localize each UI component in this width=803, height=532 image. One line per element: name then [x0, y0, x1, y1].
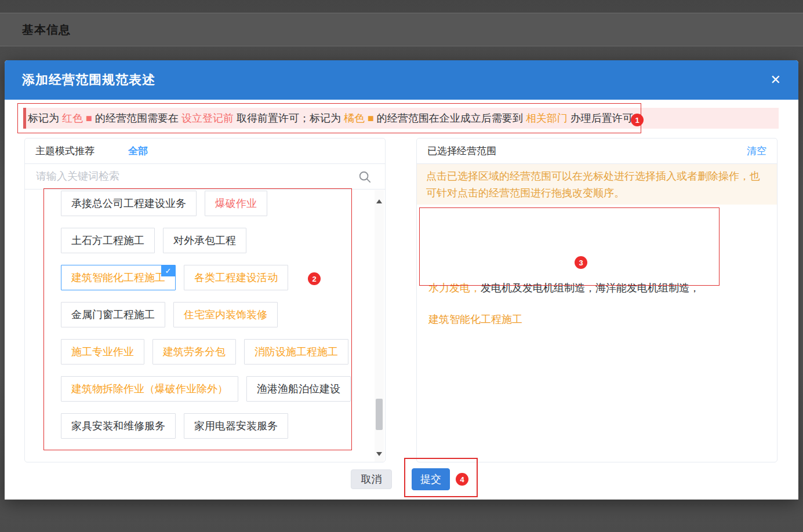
text-segment: 建筑智能化工程施工	[428, 314, 522, 325]
add-business-scope-modal: 添加经营范围规范表述 ✕ 标记为 红色 ■ 的经营范围需要在 设立登记前 取得前…	[5, 60, 798, 500]
text-segment: 红色	[62, 111, 86, 125]
close-icon[interactable]: ✕	[771, 74, 781, 86]
text-segment: 设立登记前	[181, 111, 234, 125]
text-segment: 水力发电，	[428, 282, 481, 294]
search-row	[25, 164, 385, 190]
right-panel-header: 已选择经营范围 清空	[417, 139, 777, 164]
scrollbar[interactable]	[375, 190, 384, 462]
scope-tag[interactable]: 家具安装和维修服务	[61, 413, 176, 439]
tag-row: 建筑智能化工程施工✓各类工程建设活动	[61, 265, 368, 290]
selected-scope-line-2[interactable]: 建筑智能化工程施工	[428, 312, 522, 326]
scope-tag[interactable]: 住宅室内装饰装修	[173, 302, 278, 327]
scrollbar-thumb[interactable]	[376, 399, 383, 430]
submit-button[interactable]: 提交	[412, 468, 450, 490]
selected-scope-panel: 已选择经营范围 清空 点击已选择区域的经营范围可以在光标处进行选择插入或者删除操…	[416, 138, 777, 462]
cancel-button[interactable]: 取消	[351, 469, 392, 489]
scope-tag[interactable]: 建筑劳务分包	[152, 339, 236, 365]
text-segment: 标记为	[28, 111, 62, 125]
tag-row: 建筑物拆除作业（爆破作业除外）渔港渔船泊位建设	[61, 376, 368, 402]
scope-tag[interactable]: 施工专业作业	[61, 339, 144, 365]
clear-all-link[interactable]: 清空	[747, 144, 766, 158]
scope-tag[interactable]: 对外承包工程	[163, 228, 246, 253]
text-segment: ■	[86, 112, 92, 125]
tag-row: 承接总公司工程建设业务爆破作业	[61, 191, 368, 216]
tag-row: 金属门窗工程施工住宅室内装饰装修	[61, 302, 368, 327]
filter-all-link[interactable]: 全部	[128, 144, 148, 158]
selected-scope-hint: 点击已选择区域的经营范围可以在光标处进行选择插入或者删除操作，也可针对点击的经营…	[417, 164, 777, 205]
scope-tag[interactable]: 土石方工程施工	[61, 228, 155, 253]
keyword-search-input[interactable]	[36, 170, 358, 183]
background-section-header: 基本信息	[0, 13, 803, 46]
scope-tag[interactable]: 建筑智能化工程施工✓	[61, 265, 176, 290]
tag-row: 土石方工程施工对外承包工程	[61, 228, 368, 253]
tag-row: 施工专业作业建筑劳务分包消防设施工程施工	[61, 339, 368, 365]
left-panel-header: 主题模式推荐 全部	[25, 139, 385, 164]
text-segment: 取得前置许可；标记为	[234, 111, 344, 125]
selected-scope-line-1[interactable]: 水力发电，发电机及发电机组制造，海洋能发电机组制造，	[428, 281, 700, 295]
scope-tag[interactable]: 各类工程建设活动	[184, 265, 288, 290]
scope-tag-list: 承接总公司工程建设业务爆破作业土石方工程施工对外承包工程建筑智能化工程施工✓各类…	[25, 190, 385, 462]
scroll-down-icon[interactable]	[376, 452, 382, 456]
selected-scope-title: 已选择经营范围	[427, 144, 496, 158]
text-segment: 的经营范围需要在	[92, 111, 181, 125]
text-segment: 橘色	[344, 111, 368, 125]
tag-row: 家具安装和维修服务家用电器安装服务	[61, 413, 368, 439]
search-icon[interactable]	[358, 170, 371, 183]
modal-title: 添加经营范围规范表述	[22, 71, 155, 89]
modal-header: 添加经营范围规范表述 ✕	[5, 60, 798, 100]
text-segment: ■	[368, 112, 374, 125]
text-segment: 办理后置许可；	[568, 111, 644, 125]
scope-color-legend-notice: 标记为 红色 ■ 的经营范围需要在 设立登记前 取得前置许可；标记为 橘色 ■ …	[23, 108, 779, 129]
scope-tag[interactable]: 建筑物拆除作业（爆破作业除外）	[61, 376, 238, 402]
text-segment: 发电机及发电机组制造，海洋能发电机组制造，	[481, 282, 700, 294]
scope-tag[interactable]: 消防设施工程施工	[244, 339, 348, 365]
scroll-up-icon[interactable]	[376, 199, 382, 203]
check-badge-icon: ✓	[161, 265, 175, 276]
tab-theme-mode[interactable]: 主题模式推荐	[35, 144, 95, 158]
scope-picker-panel: 主题模式推荐 全部 承接总公司工程建设业务爆破作业土石方工程施工对外承包工程建筑…	[24, 138, 386, 462]
scope-tag[interactable]: 家用电器安装服务	[184, 413, 288, 439]
scope-tag[interactable]: 渔港渔船泊位建设	[246, 376, 351, 402]
scope-tag[interactable]: 金属门窗工程施工	[61, 302, 165, 327]
scope-tag[interactable]: 爆破作业	[205, 191, 267, 216]
background-section-title: 基本信息	[22, 22, 71, 38]
text-segment: 的经营范围在企业成立后需要到	[374, 111, 526, 125]
scope-tag[interactable]: 承接总公司工程建设业务	[61, 191, 197, 216]
text-segment: 相关部门	[526, 111, 568, 125]
